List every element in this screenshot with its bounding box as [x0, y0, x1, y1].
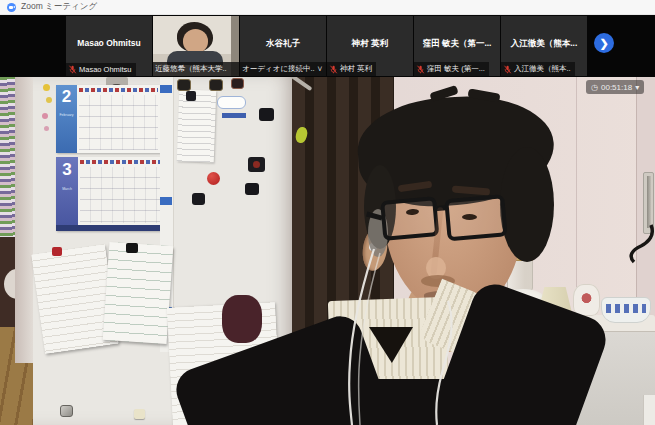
participant-name: Masao Ohmitsu — [66, 38, 152, 48]
calendar-weekday-row — [80, 160, 160, 164]
calendar-month-name: February — [56, 113, 77, 117]
participant-label: オーディオに接続中.. ∨ — [240, 62, 326, 76]
audio-connecting-text: オーディオに接続中.. ∨ — [242, 64, 323, 74]
pinned-paper — [103, 242, 174, 344]
video-person-face — [183, 29, 208, 53]
calendar-footer — [56, 225, 162, 231]
calendar-march: 3 March — [56, 157, 162, 231]
zoom-app-icon — [7, 3, 16, 12]
next-participants-button[interactable]: ❯ — [594, 33, 614, 53]
window-title: Zoom ミーティング — [21, 1, 97, 13]
participant-label: 入江徹美（熊本.. — [501, 62, 575, 76]
participant-label-text: 窪田 敏夫 (第一... — [427, 64, 485, 74]
participant-label: 神村 英利 — [327, 62, 376, 76]
round-magnet — [43, 84, 50, 91]
zoom-meeting-window: Zoom ミーティング Masao Ohmitsu Masao Ohmitsu … — [0, 0, 655, 425]
blue-tab — [160, 197, 172, 205]
white-tape-label — [217, 96, 246, 109]
participant-label-text: 神村 英利 — [340, 64, 372, 74]
cream-magnet — [134, 409, 145, 419]
participant-tile-mizutani[interactable]: 水谷礼子 オーディオに接続中.. ∨ — [240, 16, 326, 76]
maroon-chair — [222, 295, 262, 343]
bowl-blue-pattern — [606, 304, 646, 313]
square-magnet — [186, 91, 196, 101]
timer-value: 00:51:18 — [601, 83, 632, 92]
round-magnet — [44, 126, 49, 131]
square-magnet — [209, 79, 223, 91]
participant-tile-video[interactable]: 近藤悠希（熊本大学.. — [153, 16, 239, 76]
participant-name: 神村 英利 — [327, 38, 413, 50]
blue-tab — [160, 85, 172, 93]
paper-magnet-red — [52, 247, 62, 256]
square-magnet — [177, 79, 191, 91]
round-magnet — [46, 97, 52, 103]
glasses-left-lens — [380, 196, 439, 241]
meeting-timer-badge[interactable]: ◷ 00:51:18 ▾ — [586, 80, 644, 94]
square-magnet — [192, 193, 205, 205]
timer-caret-icon[interactable]: ▾ — [635, 83, 639, 92]
list-paper — [177, 89, 216, 162]
jacket-bottom — [238, 407, 568, 425]
white-door-sliver — [643, 395, 655, 425]
calendar-month-number: 3 — [56, 157, 78, 183]
participant-label-text: Masao Ohmitsu — [79, 65, 132, 74]
participant-tile-kamimura[interactable]: 神村 英利 神村 英利 — [327, 16, 413, 76]
board-side-edge — [15, 77, 35, 363]
muted-mic-icon — [68, 65, 77, 74]
muted-mic-icon — [416, 65, 425, 74]
participant-name: 窪田 敏夫（第一... — [414, 38, 500, 50]
participant-tile-kubota[interactable]: 窪田 敏夫（第一... 窪田 敏夫 (第一... — [414, 16, 500, 76]
calendar-month-name: March — [56, 187, 78, 191]
eye-right — [462, 214, 477, 220]
participant-label-text: 入江徹美（熊本.. — [514, 64, 571, 74]
participant-label-text: 近藤悠希（熊本大学.. — [155, 64, 227, 74]
square-magnet — [231, 78, 244, 89]
blue-label-strip — [222, 113, 246, 118]
participant-label: Masao Ohmitsu — [66, 63, 136, 76]
muted-mic-icon — [329, 65, 338, 74]
calendar-february: 2 February — [56, 85, 160, 153]
paper-magnet-black — [126, 243, 138, 253]
main-speaker-video[interactable]: 2 February 3 March — [0, 77, 655, 425]
calendar-month-band: 3 March — [56, 157, 78, 231]
calendar-grid — [80, 167, 160, 223]
square-magnet — [245, 183, 259, 195]
vase-red-pattern — [579, 291, 594, 307]
participant-tile-irie[interactable]: 入江徹美（熊本... 入江徹美（熊本.. — [501, 16, 587, 76]
magnet-red-center — [253, 161, 260, 168]
calendar-month-band: 2 February — [56, 85, 77, 153]
participant-label: 窪田 敏夫 (第一... — [414, 62, 489, 76]
participant-tile-masao-ohmitsu[interactable]: Masao Ohmitsu Masao Ohmitsu — [66, 16, 152, 76]
title-bar: Zoom ミーティング — [0, 0, 655, 15]
clock-icon: ◷ — [591, 83, 598, 92]
participant-filmstrip: Masao Ohmitsu Masao Ohmitsu 近藤悠希（熊本大学.. … — [0, 15, 655, 77]
calendar-weekday-row — [79, 88, 158, 92]
round-magnet — [42, 113, 48, 119]
muted-mic-icon — [503, 65, 512, 74]
hanging-fabric — [0, 77, 16, 243]
participant-name: 水谷礼子 — [240, 38, 326, 50]
door-handle — [647, 176, 651, 228]
participant-name: 入江徹美（熊本... — [501, 38, 587, 50]
red-round-magnet — [207, 172, 220, 185]
calendar-grid — [79, 95, 158, 150]
calendar-month-number: 2 — [56, 85, 77, 109]
participant-label: 近藤悠希（熊本大学.. — [153, 62, 239, 76]
square-magnet — [259, 108, 274, 121]
metal-magnet — [60, 405, 73, 417]
